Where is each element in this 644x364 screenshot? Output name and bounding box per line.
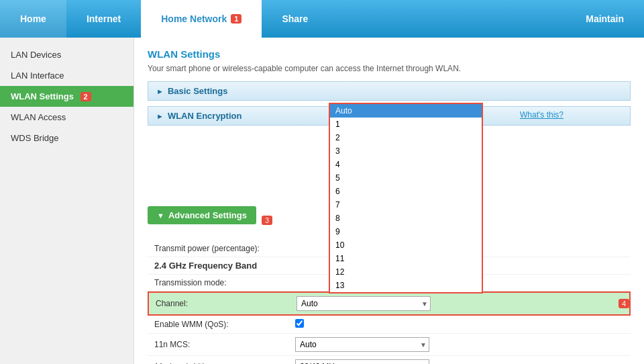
channel-option-10[interactable]: 10 xyxy=(330,238,482,252)
nav-share[interactable]: Share xyxy=(262,0,328,38)
mcs-label: 11n MCS: xyxy=(148,340,295,349)
nav-internet[interactable]: Internet xyxy=(66,0,141,38)
sidebar-item-lan-devices[interactable]: LAN Devices xyxy=(0,44,133,65)
main-layout: LAN Devices LAN Interface WLAN Settings … xyxy=(0,38,644,364)
main-content: WLAN Settings Your smart phone or wirele… xyxy=(134,38,644,364)
nav-badge: 1 xyxy=(231,14,241,24)
bandwidth-select-wrapper[interactable]: 20/40 MHz 20 MHz 40 MHz ▼ xyxy=(295,359,429,364)
channel-select-wrapper[interactable]: Auto 123 456 789 10111213 ▼ xyxy=(297,296,431,311)
channel-row: Channel: Auto 123 456 789 10111213 ▼ 4 xyxy=(148,291,631,316)
basic-settings-label: Basic Settings xyxy=(168,86,228,96)
channel-option-auto[interactable]: Auto xyxy=(330,104,482,118)
sidebar-item-wds-bridge[interactable]: WDS Bridge xyxy=(0,128,133,148)
channel-option-13[interactable]: 13 xyxy=(330,279,482,292)
sidebar: LAN Devices LAN Interface WLAN Settings … xyxy=(0,38,134,364)
channel-option-5[interactable]: 5 xyxy=(330,171,482,185)
advanced-badge: 3 xyxy=(262,216,272,225)
nav-home-network[interactable]: Home Network 1 xyxy=(141,0,262,38)
channel-option-12[interactable]: 12 xyxy=(330,265,482,279)
advanced-settings-arrow: ▼ xyxy=(157,212,164,220)
wlan-encryption-label: WLAN Encryption xyxy=(168,111,242,121)
sidebar-item-wlan-access[interactable]: WLAN Access xyxy=(0,107,133,128)
channel-option-3[interactable]: 3 xyxy=(330,144,482,158)
bandwidth-select[interactable]: 20/40 MHz 20 MHz 40 MHz xyxy=(295,359,429,364)
channel-option-9[interactable]: 9 xyxy=(330,225,482,238)
channel-option-11[interactable]: 11 xyxy=(330,252,482,265)
transmit-power-label: Transmit power (percentage): xyxy=(148,244,295,253)
sidebar-item-lan-interface[interactable]: LAN Interface xyxy=(0,65,133,86)
mcs-row: 11n MCS: Auto ▼ xyxy=(148,334,631,356)
channel-label: Channel: xyxy=(149,299,297,308)
mcs-select[interactable]: Auto xyxy=(295,337,429,352)
channel-option-4[interactable]: 4 xyxy=(330,158,482,171)
page-description: Your smart phone or wireless-capable com… xyxy=(148,64,631,73)
freq-band-label: 2.4 GHz Frequency Band xyxy=(148,261,295,271)
sidebar-badge: 2 xyxy=(80,92,91,101)
channel-control: Auto 123 456 789 10111213 ▼ xyxy=(297,296,613,311)
page-title: WLAN Settings xyxy=(148,48,631,60)
nav-home[interactable]: Home xyxy=(0,0,66,38)
mcs-control: Auto ▼ xyxy=(295,337,631,352)
nav-maintain[interactable]: Maintain xyxy=(566,0,644,38)
basic-settings-bar[interactable]: ► Basic Settings xyxy=(148,81,631,101)
sidebar-item-wlan-settings[interactable]: WLAN Settings 2 xyxy=(0,86,133,107)
mcs-select-wrapper[interactable]: Auto ▼ xyxy=(295,337,429,352)
advanced-settings-bar[interactable]: ▼ Advanced Settings xyxy=(148,206,256,224)
bandwidth-row: 11n bandwidth: 20/40 MHz 20 MHz 40 MHz ▼ xyxy=(148,356,631,364)
channel-option-7[interactable]: 7 xyxy=(330,198,482,212)
channel-option-8[interactable]: 8 xyxy=(330,212,482,225)
channel-dropdown-container[interactable]: Auto 1 2 3 4 5 6 7 8 9 10 11 12 13 xyxy=(329,103,483,293)
channel-badge: 4 xyxy=(619,299,629,308)
wmm-checkbox[interactable] xyxy=(295,319,304,328)
channel-select[interactable]: Auto 123 456 789 10111213 xyxy=(297,296,431,311)
top-navigation: Home Internet Home Network 1 Share Maint… xyxy=(0,0,644,38)
wmm-control xyxy=(295,319,631,330)
channel-option-1[interactable]: 1 xyxy=(330,118,482,131)
wmm-label: Enable WMM (QoS): xyxy=(148,320,295,329)
bandwidth-control: 20/40 MHz 20 MHz 40 MHz ▼ xyxy=(295,359,631,364)
transmission-mode-label: Transmission mode: xyxy=(148,278,295,287)
advanced-settings-label: Advanced Settings xyxy=(168,210,247,220)
wmm-row: Enable WMM (QoS): xyxy=(148,316,631,334)
channel-option-2[interactable]: 2 xyxy=(330,131,482,144)
whats-this-link[interactable]: What's this? xyxy=(520,109,564,120)
basic-settings-arrow: ► xyxy=(156,87,164,95)
wlan-encryption-arrow: ► xyxy=(156,112,164,120)
channel-option-6[interactable]: 6 xyxy=(330,185,482,198)
